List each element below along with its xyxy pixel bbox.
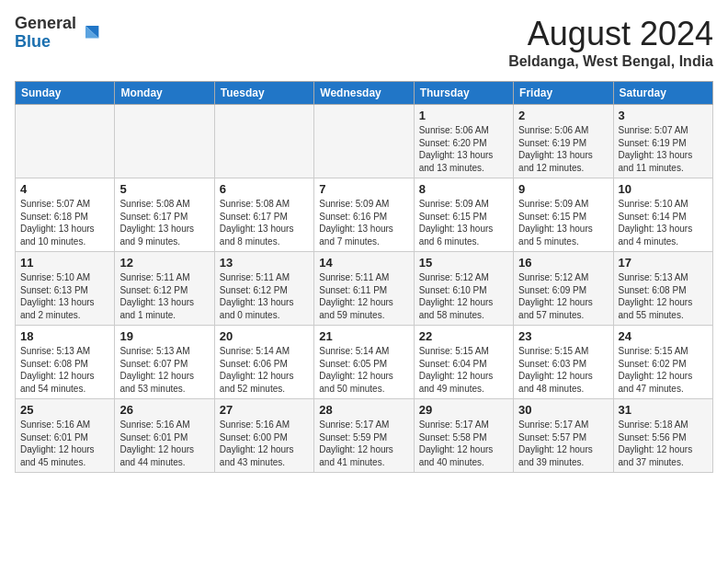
day-number: 18 [20,329,109,343]
day-info: Sunrise: 5:09 AM Sunset: 6:15 PM Dayligh… [419,198,508,247]
calendar-cell: 19Sunrise: 5:13 AM Sunset: 6:07 PM Dayli… [115,326,214,399]
day-number: 11 [20,256,109,270]
calendar-cell [314,105,414,178]
calendar-cell: 17Sunrise: 5:13 AM Sunset: 6:08 PM Dayli… [613,252,712,326]
calendar-cell [214,105,313,178]
day-number: 9 [518,182,608,196]
col-header-sunday: Sunday [16,82,115,105]
day-info: Sunrise: 5:06 AM Sunset: 6:20 PM Dayligh… [419,124,508,174]
calendar-cell: 27Sunrise: 5:16 AM Sunset: 6:00 PM Dayli… [214,399,313,473]
logo-blue-text: Blue [15,32,51,51]
day-number: 20 [220,329,309,343]
col-header-saturday: Saturday [613,82,712,105]
day-info: Sunrise: 5:14 AM Sunset: 6:05 PM Dayligh… [319,345,408,395]
day-info: Sunrise: 5:17 AM Sunset: 5:58 PM Dayligh… [419,419,508,468]
day-info: Sunrise: 5:13 AM Sunset: 6:07 PM Dayligh… [119,345,209,395]
calendar-cell: 16Sunrise: 5:12 AM Sunset: 6:09 PM Dayli… [514,252,613,326]
day-number: 13 [220,256,309,270]
calendar-cell: 7Sunrise: 5:09 AM Sunset: 6:16 PM Daylig… [314,178,414,252]
calendar-cell: 5Sunrise: 5:08 AM Sunset: 6:17 PM Daylig… [115,178,214,252]
logo-general-text: General [15,14,76,32]
day-info: Sunrise: 5:08 AM Sunset: 6:17 PM Dayligh… [220,198,309,247]
day-number: 28 [319,403,408,417]
day-number: 21 [319,329,408,343]
day-number: 27 [220,403,309,417]
day-info: Sunrise: 5:15 AM Sunset: 6:04 PM Dayligh… [419,345,508,395]
col-header-thursday: Thursday [414,82,513,105]
day-number: 15 [419,256,508,270]
calendar-cell: 3Sunrise: 5:07 AM Sunset: 6:19 PM Daylig… [613,105,712,178]
calendar-cell: 12Sunrise: 5:11 AM Sunset: 6:12 PM Dayli… [115,252,214,326]
day-info: Sunrise: 5:16 AM Sunset: 6:01 PM Dayligh… [20,419,109,468]
calendar-cell: 6Sunrise: 5:08 AM Sunset: 6:17 PM Daylig… [214,178,313,252]
month-title: August 2024 [508,15,713,53]
day-info: Sunrise: 5:09 AM Sunset: 6:15 PM Dayligh… [518,198,608,247]
calendar-cell: 15Sunrise: 5:12 AM Sunset: 6:10 PM Dayli… [414,252,513,326]
logo-icon [78,22,100,44]
day-info: Sunrise: 5:06 AM Sunset: 6:19 PM Dayligh… [518,124,608,174]
day-info: Sunrise: 5:17 AM Sunset: 5:59 PM Dayligh… [319,419,408,468]
day-number: 23 [518,329,608,343]
col-header-friday: Friday [514,82,613,105]
calendar-week-row: 11Sunrise: 5:10 AM Sunset: 6:13 PM Dayli… [16,252,713,326]
col-header-monday: Monday [115,82,214,105]
day-info: Sunrise: 5:13 AM Sunset: 6:08 PM Dayligh… [20,345,109,395]
logo-text: General Blue [15,15,76,52]
day-number: 12 [119,256,209,270]
calendar-week-row: 1Sunrise: 5:06 AM Sunset: 6:20 PM Daylig… [16,105,713,178]
day-info: Sunrise: 5:15 AM Sunset: 6:02 PM Dayligh… [619,345,708,395]
calendar-cell: 4Sunrise: 5:07 AM Sunset: 6:18 PM Daylig… [16,178,115,252]
calendar-cell: 26Sunrise: 5:16 AM Sunset: 6:01 PM Dayli… [115,399,214,473]
col-header-wednesday: Wednesday [314,82,414,105]
page-header: General Blue August 2024 Beldanga, West … [15,15,713,70]
col-header-tuesday: Tuesday [214,82,313,105]
day-info: Sunrise: 5:15 AM Sunset: 6:03 PM Dayligh… [518,345,608,395]
day-number: 31 [619,403,708,417]
day-info: Sunrise: 5:07 AM Sunset: 6:18 PM Dayligh… [20,198,109,247]
calendar-cell: 29Sunrise: 5:17 AM Sunset: 5:58 PM Dayli… [414,399,513,473]
location-text: Beldanga, West Bengal, India [508,53,713,70]
day-info: Sunrise: 5:11 AM Sunset: 6:12 PM Dayligh… [220,271,309,321]
day-number: 22 [419,329,508,343]
calendar-cell: 13Sunrise: 5:11 AM Sunset: 6:12 PM Dayli… [214,252,313,326]
day-info: Sunrise: 5:17 AM Sunset: 5:57 PM Dayligh… [518,419,608,468]
calendar-cell [16,105,115,178]
day-info: Sunrise: 5:11 AM Sunset: 6:11 PM Dayligh… [319,271,408,321]
day-info: Sunrise: 5:16 AM Sunset: 6:01 PM Dayligh… [119,419,209,468]
calendar-cell: 14Sunrise: 5:11 AM Sunset: 6:11 PM Dayli… [314,252,414,326]
calendar-cell: 24Sunrise: 5:15 AM Sunset: 6:02 PM Dayli… [613,326,712,399]
day-number: 24 [619,329,708,343]
calendar-cell: 10Sunrise: 5:10 AM Sunset: 6:14 PM Dayli… [613,178,712,252]
calendar-cell: 8Sunrise: 5:09 AM Sunset: 6:15 PM Daylig… [414,178,513,252]
day-info: Sunrise: 5:10 AM Sunset: 6:13 PM Dayligh… [20,271,109,321]
day-number: 10 [619,182,708,196]
day-info: Sunrise: 5:13 AM Sunset: 6:08 PM Dayligh… [619,271,708,321]
calendar-cell: 28Sunrise: 5:17 AM Sunset: 5:59 PM Dayli… [314,399,414,473]
calendar-cell: 1Sunrise: 5:06 AM Sunset: 6:20 PM Daylig… [414,105,513,178]
day-number: 5 [119,182,209,196]
calendar-cell: 11Sunrise: 5:10 AM Sunset: 6:13 PM Dayli… [16,252,115,326]
calendar-cell: 23Sunrise: 5:15 AM Sunset: 6:03 PM Dayli… [514,326,613,399]
day-number: 19 [119,329,209,343]
day-number: 25 [20,403,109,417]
calendar-cell: 18Sunrise: 5:13 AM Sunset: 6:08 PM Dayli… [16,326,115,399]
day-info: Sunrise: 5:12 AM Sunset: 6:09 PM Dayligh… [518,271,608,321]
calendar-cell: 25Sunrise: 5:16 AM Sunset: 6:01 PM Dayli… [16,399,115,473]
calendar-week-row: 18Sunrise: 5:13 AM Sunset: 6:08 PM Dayli… [16,326,713,399]
day-number: 17 [619,256,708,270]
day-info: Sunrise: 5:12 AM Sunset: 6:10 PM Dayligh… [419,271,508,321]
calendar-table: SundayMondayTuesdayWednesdayThursdayFrid… [15,81,713,473]
calendar-week-row: 25Sunrise: 5:16 AM Sunset: 6:01 PM Dayli… [16,399,713,473]
day-info: Sunrise: 5:10 AM Sunset: 6:14 PM Dayligh… [619,198,708,247]
calendar-cell: 2Sunrise: 5:06 AM Sunset: 6:19 PM Daylig… [514,105,613,178]
calendar-cell: 22Sunrise: 5:15 AM Sunset: 6:04 PM Dayli… [414,326,513,399]
day-number: 4 [20,182,109,196]
day-info: Sunrise: 5:09 AM Sunset: 6:16 PM Dayligh… [319,198,408,247]
day-info: Sunrise: 5:16 AM Sunset: 6:00 PM Dayligh… [220,419,309,468]
day-info: Sunrise: 5:08 AM Sunset: 6:17 PM Dayligh… [119,198,209,247]
title-block: August 2024 Beldanga, West Bengal, India [508,15,713,70]
day-number: 3 [619,109,708,122]
day-number: 16 [518,256,608,270]
day-info: Sunrise: 5:07 AM Sunset: 6:19 PM Dayligh… [619,124,708,174]
day-number: 8 [419,182,508,196]
